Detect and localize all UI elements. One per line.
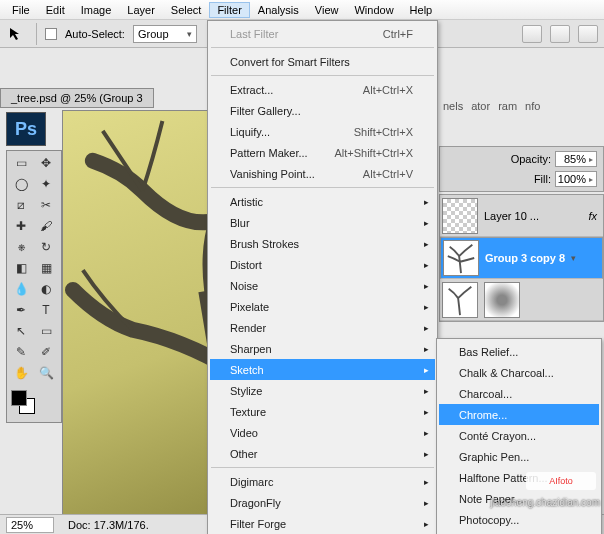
menu-render[interactable]: Render — [210, 317, 435, 338]
pen-tool[interactable]: ✒ — [9, 300, 33, 320]
menu-separator — [211, 467, 434, 468]
panel-tab[interactable]: nels — [439, 98, 467, 116]
menu-edit[interactable]: Edit — [38, 2, 73, 18]
lasso-tool[interactable]: ◯ — [9, 174, 33, 194]
fill-value[interactable]: 100% — [555, 171, 597, 187]
menu-texture[interactable]: Texture — [210, 401, 435, 422]
brush-tool[interactable]: 🖌 — [34, 216, 58, 236]
menu-separator — [211, 75, 434, 76]
dodge-tool[interactable]: ◐ — [34, 279, 58, 299]
submenu-conte-crayon[interactable]: Conté Crayon... — [439, 425, 599, 446]
watermark-url: jiaocheng.chazidian.com — [490, 497, 600, 508]
gradient-tool[interactable]: ▦ — [34, 258, 58, 278]
history-brush-tool[interactable]: ↻ — [34, 237, 58, 257]
menu-sketch[interactable]: Sketch — [210, 359, 435, 380]
menu-filter[interactable]: Filter — [209, 2, 249, 18]
layer-thumbnail — [443, 240, 479, 276]
zoom-tool[interactable]: 🔍 — [34, 363, 58, 383]
layer-mask-thumbnail — [484, 282, 520, 318]
menu-noise[interactable]: Noise — [210, 275, 435, 296]
color-swatches[interactable] — [9, 390, 59, 420]
align-button[interactable] — [578, 25, 598, 43]
submenu-bas-relief[interactable]: Bas Relief... — [439, 341, 599, 362]
submenu-chrome[interactable]: Chrome... — [439, 404, 599, 425]
path-tool[interactable]: ↖ — [9, 321, 33, 341]
menu-sharpen[interactable]: Sharpen — [210, 338, 435, 359]
menu-help[interactable]: Help — [402, 2, 441, 18]
zoom-field[interactable]: 25% — [6, 517, 54, 533]
menu-filter-forge[interactable]: Filter Forge — [210, 513, 435, 534]
layer-thumbnail — [442, 198, 478, 234]
heal-tool[interactable]: ✚ — [9, 216, 33, 236]
watermark-logo: AIfoto — [526, 472, 596, 490]
hand-tool[interactable]: ✋ — [9, 363, 33, 383]
right-panels: nels ator ram nfo Opacity: 85% Fill: 100… — [439, 98, 604, 322]
auto-select-checkbox[interactable] — [45, 28, 57, 40]
menu-artistic[interactable]: Artistic — [210, 191, 435, 212]
menu-other[interactable]: Other — [210, 443, 435, 464]
notes-tool[interactable]: ✎ — [9, 342, 33, 362]
layer-thumbnail — [442, 282, 478, 318]
auto-select-dropdown[interactable]: Group — [133, 25, 197, 43]
blur-tool[interactable]: 💧 — [9, 279, 33, 299]
menu-separator — [211, 47, 434, 48]
slice-tool[interactable]: ✂ — [34, 195, 58, 215]
panel-tab[interactable]: ram — [494, 98, 521, 116]
divider — [36, 23, 37, 45]
submenu-graphic-pen[interactable]: Graphic Pen... — [439, 446, 599, 467]
shape-tool[interactable]: ▭ — [34, 321, 58, 341]
menu-distort[interactable]: Distort — [210, 254, 435, 275]
layers-panel: Layer 10 ... fx Group 3 copy 8 — [439, 194, 604, 322]
panel-tabs: nels ator ram nfo — [439, 98, 604, 116]
type-tool[interactable]: T — [34, 300, 58, 320]
eyedropper-tool[interactable]: ✐ — [34, 342, 58, 362]
menu-digimarc[interactable]: Digimarc — [210, 471, 435, 492]
menu-view[interactable]: View — [307, 2, 347, 18]
menu-pattern-maker[interactable]: Pattern Maker...Alt+Shift+Ctrl+X — [210, 142, 435, 163]
layer-options-panel: Opacity: 85% Fill: 100% — [439, 146, 604, 192]
marquee-tool[interactable]: ▭ — [9, 153, 33, 173]
submenu-chalk-charcoal[interactable]: Chalk & Charcoal... — [439, 362, 599, 383]
menu-dragonfly[interactable]: DragonFly — [210, 492, 435, 513]
submenu-plaster[interactable]: Plaster... — [439, 530, 599, 534]
stamp-tool[interactable]: ⎈ — [9, 237, 33, 257]
foreground-color-swatch[interactable] — [11, 390, 27, 406]
menu-last-filter: Last FilterCtrl+F — [210, 23, 435, 44]
layer-row[interactable] — [440, 279, 603, 321]
wand-tool[interactable]: ✦ — [34, 174, 58, 194]
document-tab[interactable]: _tree.psd @ 25% (Group 3 — [0, 88, 154, 108]
menu-video[interactable]: Video — [210, 422, 435, 443]
menu-convert-smart[interactable]: Convert for Smart Filters — [210, 51, 435, 72]
layer-row[interactable]: Group 3 copy 8 — [440, 237, 603, 279]
opacity-value[interactable]: 85% — [555, 151, 597, 167]
crop-tool[interactable]: ⧄ — [9, 195, 33, 215]
menu-blur[interactable]: Blur — [210, 212, 435, 233]
menu-filter-gallery[interactable]: Filter Gallery... — [210, 100, 435, 121]
layer-row[interactable]: Layer 10 ... fx — [440, 195, 603, 237]
menu-image[interactable]: Image — [73, 2, 120, 18]
menu-pixelate[interactable]: Pixelate — [210, 296, 435, 317]
menu-window[interactable]: Window — [346, 2, 401, 18]
menu-select[interactable]: Select — [163, 2, 210, 18]
move-tool[interactable]: ✥ — [34, 153, 58, 173]
layer-name: Layer 10 ... — [484, 210, 539, 222]
align-button[interactable] — [550, 25, 570, 43]
align-button[interactable] — [522, 25, 542, 43]
menu-analysis[interactable]: Analysis — [250, 2, 307, 18]
panel-tab[interactable]: ator — [467, 98, 494, 116]
menu-file[interactable]: File — [4, 2, 38, 18]
ps-logo: Ps — [6, 112, 46, 146]
eraser-tool[interactable]: ◧ — [9, 258, 33, 278]
fill-label: Fill: — [534, 173, 551, 185]
move-tool-icon — [6, 25, 28, 43]
fx-badge: fx — [588, 210, 597, 222]
menu-brush-strokes[interactable]: Brush Strokes — [210, 233, 435, 254]
submenu-photocopy[interactable]: Photocopy... — [439, 509, 599, 530]
panel-tab[interactable]: nfo — [521, 98, 544, 116]
submenu-charcoal[interactable]: Charcoal... — [439, 383, 599, 404]
menu-vanishing-point[interactable]: Vanishing Point...Alt+Ctrl+V — [210, 163, 435, 184]
menu-layer[interactable]: Layer — [119, 2, 163, 18]
menu-liquify[interactable]: Liquify...Shift+Ctrl+X — [210, 121, 435, 142]
menu-extract[interactable]: Extract...Alt+Ctrl+X — [210, 79, 435, 100]
menu-stylize[interactable]: Stylize — [210, 380, 435, 401]
